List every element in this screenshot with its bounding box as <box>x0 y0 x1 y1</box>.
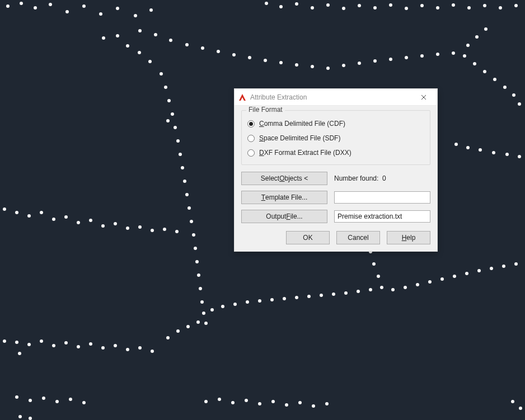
svg-marker-172 <box>239 94 246 101</box>
svg-point-171 <box>519 407 522 410</box>
svg-point-17 <box>373 6 377 10</box>
svg-point-135 <box>186 325 190 328</box>
svg-point-63 <box>160 72 163 75</box>
svg-point-75 <box>190 220 193 223</box>
svg-point-140 <box>40 211 43 214</box>
svg-point-50 <box>420 54 424 58</box>
svg-point-93 <box>380 286 383 289</box>
svg-point-53 <box>466 44 470 47</box>
svg-point-57 <box>473 62 476 65</box>
svg-point-15 <box>342 7 345 10</box>
svg-point-19 <box>405 7 408 10</box>
svg-point-62 <box>518 102 521 106</box>
ok-button[interactable]: OK <box>286 231 330 244</box>
svg-point-94 <box>391 288 395 291</box>
template-file-input[interactable] <box>334 191 430 204</box>
svg-point-169 <box>325 402 329 405</box>
select-objects-button[interactable]: Select Objects < <box>241 172 327 185</box>
svg-point-35 <box>185 43 189 46</box>
svg-point-11 <box>279 5 283 8</box>
svg-point-6 <box>99 12 102 16</box>
svg-point-96 <box>416 283 419 286</box>
svg-point-79 <box>197 273 200 277</box>
svg-point-40 <box>264 59 267 62</box>
output-file-button[interactable]: Output File... <box>241 210 327 223</box>
svg-point-117 <box>221 305 224 308</box>
svg-point-7 <box>116 7 119 10</box>
svg-point-51 <box>436 53 439 56</box>
dialog-button-row: OK Cancel Help <box>241 229 430 244</box>
svg-point-136 <box>196 320 200 324</box>
svg-point-119 <box>3 339 6 343</box>
radio-cdf[interactable]: Comma Delimited File (CDF) <box>247 116 424 131</box>
attribute-extraction-dialog: Attribute Extraction File Format Comma D… <box>234 88 438 252</box>
svg-point-60 <box>503 86 507 89</box>
svg-point-113 <box>270 298 274 301</box>
svg-point-142 <box>64 215 68 219</box>
radio-icon <box>247 135 255 142</box>
svg-point-138 <box>15 211 18 214</box>
titlebar[interactable]: Attribute Extraction <box>235 89 437 106</box>
number-found-label: Number found: 0 <box>334 174 386 182</box>
svg-point-84 <box>454 143 458 146</box>
svg-point-36 <box>201 46 204 50</box>
svg-point-22 <box>452 3 455 7</box>
svg-point-81 <box>200 300 204 304</box>
svg-point-33 <box>154 33 157 36</box>
svg-point-25 <box>499 6 502 10</box>
svg-point-108 <box>332 292 335 296</box>
svg-point-159 <box>29 417 32 420</box>
svg-point-10 <box>265 2 268 5</box>
output-file-input[interactable] <box>334 210 430 223</box>
svg-point-125 <box>77 345 80 348</box>
close-button[interactable] <box>412 89 435 105</box>
radio-icon <box>247 149 255 157</box>
svg-point-14 <box>326 3 330 7</box>
svg-point-70 <box>179 153 182 156</box>
svg-point-149 <box>151 229 154 232</box>
select-objects-row: Select Objects < Number found: 0 <box>241 172 430 185</box>
svg-point-16 <box>358 4 361 7</box>
help-button[interactable]: Help <box>387 231 430 244</box>
svg-point-156 <box>69 398 72 401</box>
svg-point-154 <box>42 397 45 400</box>
svg-point-120 <box>15 341 18 344</box>
svg-point-18 <box>389 3 392 7</box>
svg-point-146 <box>114 222 117 225</box>
svg-point-76 <box>192 233 195 237</box>
svg-point-164 <box>258 402 261 405</box>
svg-point-137 <box>3 207 6 211</box>
template-file-button[interactable]: Template File... <box>241 191 327 204</box>
svg-point-85 <box>466 146 470 149</box>
svg-point-170 <box>511 400 514 403</box>
svg-point-167 <box>298 401 302 404</box>
svg-point-112 <box>283 297 286 300</box>
svg-point-168 <box>312 404 315 408</box>
radio-dxx[interactable]: DXF Format Extract File (DXX) <box>247 145 424 160</box>
svg-point-43 <box>311 65 314 68</box>
radio-dxx-label: DXF Format Extract File (DXX) <box>259 149 351 157</box>
svg-point-151 <box>175 230 179 233</box>
svg-point-121 <box>27 343 31 346</box>
svg-point-111 <box>295 296 298 299</box>
svg-point-82 <box>202 312 205 315</box>
svg-point-87 <box>492 151 495 154</box>
svg-point-104 <box>514 262 518 266</box>
svg-point-52 <box>452 51 455 55</box>
file-format-groupbox: File Format Comma Delimited File (CDF) S… <box>241 110 430 165</box>
svg-point-34 <box>169 39 172 42</box>
svg-point-72 <box>183 180 186 183</box>
svg-point-12 <box>295 2 298 6</box>
svg-point-106 <box>357 290 360 293</box>
svg-point-1 <box>20 2 23 5</box>
svg-point-97 <box>428 280 432 284</box>
svg-point-4 <box>65 10 69 13</box>
autocad-app-icon <box>238 93 247 102</box>
cancel-button[interactable]: Cancel <box>336 231 380 244</box>
svg-point-161 <box>218 398 221 401</box>
radio-cdf-label: Comma Delimited File (CDF) <box>259 120 345 128</box>
svg-point-102 <box>490 267 493 270</box>
svg-point-147 <box>126 226 129 230</box>
radio-sdf[interactable]: Space Delimited File (SDF) <box>247 131 424 145</box>
svg-point-27 <box>102 36 105 40</box>
